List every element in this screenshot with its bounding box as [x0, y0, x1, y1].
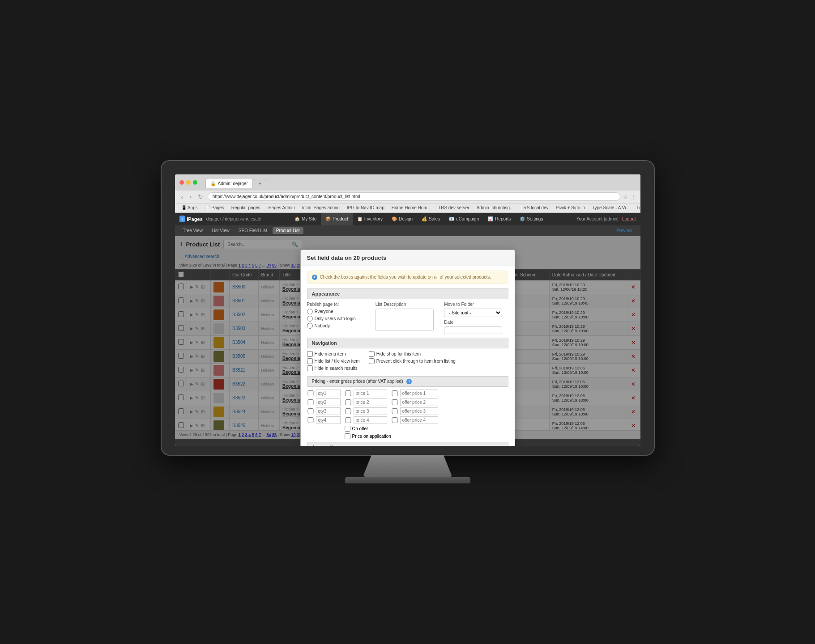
publish-section: Publish page to: Everyone Only users wit…: [307, 302, 508, 334]
offerprice3-checkbox[interactable]: [391, 408, 398, 414]
bookmark-ipages-admin[interactable]: iPages Admin: [266, 205, 297, 211]
nav-product[interactable]: 📦 Product: [321, 213, 352, 225]
new-tab-button[interactable]: +: [254, 179, 266, 188]
fullscreen-button[interactable]: [193, 180, 197, 185]
nav-sales[interactable]: 💰 Sales: [417, 213, 444, 225]
logo-icon: i: [179, 216, 185, 222]
app-topbar: i iPages dejager / dejager-wholesale 🏠 M…: [175, 213, 640, 225]
price2-checkbox[interactable]: [345, 399, 352, 405]
logout-btn[interactable]: Logout: [622, 216, 636, 221]
preview-button[interactable]: Preview: [613, 227, 636, 234]
bookmark-local[interactable]: local iPages admin: [300, 205, 341, 211]
product-icon: 📦: [325, 216, 331, 221]
qty3-checkbox[interactable]: [307, 408, 314, 414]
price1-checkbox[interactable]: [345, 390, 352, 396]
bookmark-type-scale[interactable]: Type Scale - A Vi...: [590, 205, 632, 211]
minimize-button[interactable]: [186, 180, 191, 185]
pricing-info-icon: i: [406, 379, 412, 384]
hide-list-tile[interactable]: Hide list / tile view item: [307, 358, 360, 364]
date-input[interactable]: [444, 326, 502, 334]
forward-button[interactable]: ›: [188, 192, 193, 201]
app-nav: 🏠 My Site 📦 Product 📋 Inventory 🎨 Design: [290, 213, 547, 225]
sec-nav-listview[interactable]: List View: [208, 227, 233, 234]
nav-ecampaign[interactable]: 📧 eCampaign: [444, 213, 483, 225]
bookmark-regular[interactable]: Regular pages: [230, 205, 262, 211]
offerprice4-checkbox[interactable]: [391, 417, 398, 423]
price-on-application-row: Price on application: [307, 433, 508, 439]
app-logo[interactable]: i iPages: [179, 216, 203, 222]
qty4-checkbox[interactable]: [307, 417, 314, 423]
publish-login-radio[interactable]: [307, 316, 313, 322]
nav-inventory[interactable]: 📋 Inventory: [353, 213, 387, 225]
offerprice3-input[interactable]: [400, 407, 438, 415]
qty1-checkbox[interactable]: [307, 390, 314, 396]
browser-menu[interactable]: ⋮: [631, 194, 636, 200]
bookmark-pages[interactable]: 📄 Pages: [203, 205, 226, 211]
qty2-checkbox[interactable]: [307, 399, 314, 405]
nav-mysite[interactable]: 🏠 My Site: [290, 213, 321, 225]
hide-shop[interactable]: Hide shop for this item: [369, 351, 456, 357]
publish-nobody-radio[interactable]: [307, 323, 313, 329]
bookmark-apps[interactable]: 📱 Apps: [179, 205, 200, 211]
traffic-lights: [179, 180, 197, 185]
offerprice2-input[interactable]: [400, 398, 438, 406]
hide-menu-checkbox[interactable]: [307, 351, 313, 357]
nav-options-section: Hide menu item Hide list / tile view ite…: [307, 351, 508, 373]
accounting-section: Accounting Unit Size: [307, 442, 508, 446]
prevent-click-checkbox[interactable]: [369, 358, 375, 364]
tab-icon: 🔒: [210, 181, 216, 186]
user-account[interactable]: Your Account [admin]: [576, 216, 619, 221]
price2-input[interactable]: [354, 398, 387, 406]
qty1-input[interactable]: [316, 390, 341, 397]
back-button[interactable]: ‹: [179, 192, 185, 201]
settings-icon: ⚙️: [520, 216, 525, 221]
nav-design[interactable]: 🎨 Design: [387, 213, 417, 225]
bookmark-lorem[interactable]: Lorem Ipsum: [635, 205, 640, 211]
on-offer-checkbox[interactable]: [345, 426, 350, 432]
nav-reports[interactable]: 📊 Reports: [483, 213, 515, 225]
move-to-folder-label: Move to Folder: [444, 302, 508, 307]
qty2-input[interactable]: [316, 398, 341, 406]
hide-search-checkbox[interactable]: [307, 365, 313, 371]
bookmark-home[interactable]: Home Home Hom...: [390, 205, 433, 211]
price1-input[interactable]: [354, 390, 387, 397]
price3-checkbox[interactable]: [345, 408, 352, 414]
bookmark-trs[interactable]: TRS dev server: [436, 205, 471, 211]
bookmark-admin-church[interactable]: Admin: churchsg...: [475, 205, 516, 211]
hide-list-checkbox[interactable]: [307, 358, 313, 364]
bookmark-ipg[interactable]: IPG to Nav ID map: [345, 205, 386, 211]
bookmark-piwik[interactable]: Piwik + Sign in: [554, 205, 587, 211]
hide-menu-item[interactable]: Hide menu item: [307, 351, 360, 357]
refresh-button[interactable]: ↻: [196, 192, 205, 201]
price4-checkbox[interactable]: [345, 417, 352, 423]
offerprice4-input[interactable]: [400, 416, 438, 424]
close-button[interactable]: [179, 180, 184, 185]
publish-everyone[interactable]: Everyone: [307, 309, 371, 314]
price3-input[interactable]: [354, 407, 387, 415]
nav-settings[interactable]: ⚙️ Settings: [515, 213, 547, 225]
folder-select[interactable]: - Site root -: [444, 309, 502, 317]
sec-nav-productlist[interactable]: Product List: [273, 227, 303, 234]
active-tab[interactable]: 🔒 Admin: dejager: [205, 179, 253, 188]
publish-users-login[interactable]: Only users with login: [307, 316, 371, 322]
offerprice2-checkbox[interactable]: [391, 399, 398, 405]
hide-search[interactable]: Hide in search results: [307, 365, 360, 371]
sec-nav-treeview[interactable]: Tree View: [179, 227, 206, 234]
offerprice1-checkbox[interactable]: [391, 390, 398, 396]
bookmark-trs-local[interactable]: TRS local dev: [519, 205, 550, 211]
tab-bar: 🔒 Admin: dejager +: [201, 177, 271, 188]
address-bar[interactable]: https://www.dejager.co.uk/product/admin/…: [208, 192, 620, 201]
offerprice1-input[interactable]: [400, 390, 438, 397]
list-description-input[interactable]: [375, 309, 434, 331]
logo-text: iPages: [187, 216, 202, 222]
qty3-input[interactable]: [316, 407, 341, 415]
publish-nobody[interactable]: Nobody: [307, 323, 371, 329]
hide-shop-checkbox[interactable]: [369, 351, 375, 357]
prevent-clickthrough[interactable]: Prevent click through to item from listi…: [369, 358, 456, 364]
qty4-input[interactable]: [316, 416, 341, 424]
sec-nav-seofieldlist[interactable]: SEO Field List: [235, 227, 271, 234]
price-on-application-checkbox[interactable]: [345, 433, 350, 439]
publish-everyone-radio[interactable]: [307, 309, 313, 314]
bookmark-star[interactable]: ☆: [623, 194, 628, 200]
price4-input[interactable]: [354, 416, 387, 424]
